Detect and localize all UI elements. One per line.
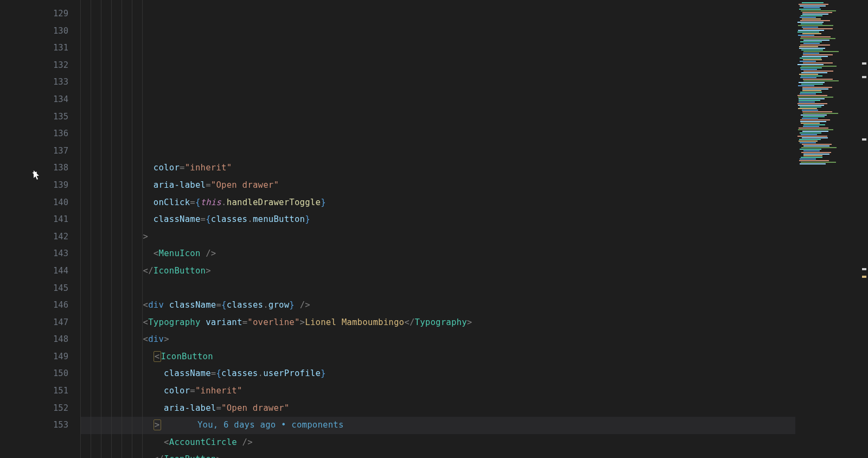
- minimap-line: [802, 131, 828, 132]
- minimap-line: [799, 160, 829, 161]
- line-number[interactable]: 150: [0, 365, 68, 383]
- minimap-line: [802, 27, 818, 28]
- line-number[interactable]: 129: [0, 5, 68, 23]
- code-line[interactable]: <AccountCircle />: [80, 434, 795, 451]
- code-line[interactable]: <div className={classes.grow} />: [80, 297, 795, 314]
- minimap-line: [797, 136, 827, 137]
- minimap-line: [803, 113, 838, 114]
- minimap-line: [800, 132, 821, 133]
- minimap-line: [800, 149, 821, 150]
- code-line[interactable]: > You, 6 days ago • components: [80, 417, 795, 434]
- minimap-line: [799, 101, 815, 103]
- line-number[interactable]: 136: [0, 125, 68, 143]
- line-number[interactable]: 137: [0, 143, 68, 160]
- line-number[interactable]: 135: [0, 109, 68, 126]
- minimap-line: [802, 144, 832, 145]
- code-line[interactable]: className={classes.userProfile}: [80, 365, 795, 383]
- minimap-line: [803, 145, 829, 147]
- line-number[interactable]: 145: [0, 280, 68, 297]
- minimap-line: [798, 35, 814, 36]
- editor-main: 1291301311321331341351361371381391401411…: [0, 0, 868, 458]
- minimap-line: [802, 118, 818, 119]
- code-content[interactable]: color="inherit" aria-label="Open drawer"…: [80, 0, 795, 458]
- minimap-line: [803, 116, 825, 117]
- minimap-line: [800, 5, 826, 7]
- code-line[interactable]: color="inherit": [80, 383, 795, 400]
- minimap-line: [803, 79, 833, 80]
- line-number[interactable]: 130: [0, 23, 68, 40]
- line-number[interactable]: 141: [0, 211, 68, 228]
- line-number[interactable]: 151: [0, 383, 68, 400]
- line-number[interactable]: 149: [0, 348, 68, 366]
- code-line[interactable]: aria-label="Open drawer": [80, 400, 795, 417]
- code-line[interactable]: className={classes.menuButton}: [80, 211, 795, 228]
- minimap-line: [799, 48, 825, 49]
- minimap-line: [801, 10, 836, 11]
- code-line[interactable]: <MenuIcon />: [80, 245, 795, 263]
- line-number[interactable]: 133: [0, 74, 68, 91]
- line-number[interactable]: 143: [0, 245, 68, 263]
- line-number[interactable]: 140: [0, 194, 68, 212]
- minimap-line: [799, 74, 818, 75]
- minimap[interactable]: [795, 0, 860, 458]
- minimap-line: [803, 53, 819, 54]
- minimap-line: [798, 85, 814, 86]
- line-number[interactable]: 147: [0, 314, 68, 332]
- minimap-line: [803, 80, 839, 81]
- minimap-line: [800, 61, 816, 62]
- code-line[interactable]: </IconButton>: [80, 451, 795, 458]
- line-number[interactable]: 134: [0, 91, 68, 109]
- code-line[interactable]: </IconButton>: [80, 263, 795, 280]
- minimap-line: [800, 163, 826, 164]
- minimap-line: [801, 114, 827, 116]
- minimap-line: [802, 18, 821, 20]
- minimap-line: [802, 2, 824, 3]
- line-number[interactable]: 144: [0, 263, 68, 280]
- code-line[interactable]: <div>: [80, 331, 795, 348]
- line-number[interactable]: 146: [0, 297, 68, 314]
- code-line[interactable]: >: [80, 228, 795, 246]
- minimap-line: [803, 7, 820, 8]
- minimap-line: [798, 129, 833, 130]
- scrollbar[interactable]: [860, 0, 868, 458]
- minimap-line: [798, 97, 833, 98]
- line-number-gutter[interactable]: 1291301311321331341351361371381391401411…: [0, 0, 80, 458]
- minimap-line: [803, 62, 833, 63]
- code-line[interactable]: onClick={this.handleDrawerToggle}: [80, 194, 795, 212]
- code-area[interactable]: 1291301311321331341351361371381391401411…: [0, 0, 868, 458]
- editor-window: 1291301311321331341351361371381391401411…: [0, 0, 868, 458]
- minimap-line: [802, 14, 828, 15]
- code-line[interactable]: [80, 280, 795, 297]
- code-line[interactable]: aria-label="Open drawer": [80, 177, 795, 194]
- minimap-line: [803, 154, 829, 155]
- minimap-line: [799, 141, 818, 142]
- minimap-line: [802, 87, 832, 88]
- minimap-line: [801, 36, 831, 37]
- minimap-line: [803, 155, 822, 156]
- minimap-line: [799, 46, 818, 47]
- line-number[interactable]: 131: [0, 40, 68, 57]
- minimap-line: [801, 123, 820, 124]
- line-number[interactable]: 138: [0, 160, 68, 177]
- minimap-line: [803, 43, 820, 44]
- line-number[interactable]: 152: [0, 400, 68, 417]
- minimap-line: [801, 84, 823, 85]
- minimap-line: [800, 44, 830, 46]
- minimap-line: [797, 95, 827, 96]
- code-line[interactable]: <Typography variant="overline">Lionel Ma…: [80, 314, 795, 332]
- minimap-line: [801, 157, 822, 158]
- line-number[interactable]: 153: [0, 417, 68, 434]
- line-number[interactable]: 132: [0, 57, 68, 74]
- scroll-marker: [862, 76, 866, 78]
- line-number[interactable]: 139: [0, 177, 68, 194]
- line-number[interactable]: 148: [0, 331, 68, 348]
- code-line[interactable]: color="inherit": [80, 160, 795, 177]
- scroll-marker: [862, 268, 866, 270]
- minimap-line: [799, 100, 820, 101]
- code-line[interactable]: <IconButton: [80, 348, 795, 366]
- scroll-marker: [862, 276, 866, 278]
- line-number[interactable]: 142: [0, 228, 68, 246]
- minimap-line: [800, 58, 821, 59]
- minimap-line: [800, 67, 822, 68]
- minimap-line: [801, 162, 836, 163]
